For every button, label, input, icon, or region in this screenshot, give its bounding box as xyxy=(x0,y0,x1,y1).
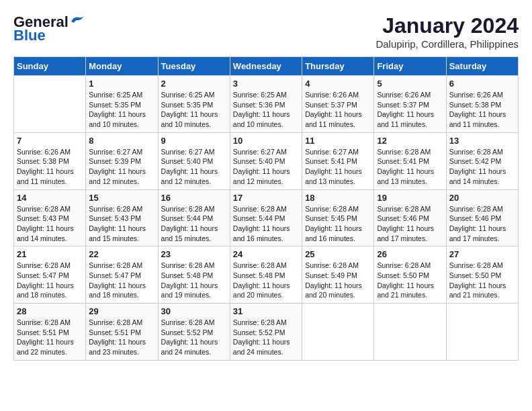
day-number: 29 xyxy=(89,306,154,316)
calendar-cell: 15Sunrise: 6:28 AMSunset: 5:43 PMDayligh… xyxy=(86,189,158,246)
day-content: Sunrise: 6:28 AMSunset: 5:43 PMDaylight:… xyxy=(89,204,154,244)
day-content: Sunrise: 6:28 AMSunset: 5:46 PMDaylight:… xyxy=(377,204,443,244)
day-number: 23 xyxy=(161,249,227,259)
header-day-wednesday: Wednesday xyxy=(230,57,302,76)
day-number: 11 xyxy=(305,136,371,146)
day-content: Sunrise: 6:27 AMSunset: 5:39 PMDaylight:… xyxy=(89,147,154,187)
calendar-cell: 19Sunrise: 6:28 AMSunset: 5:46 PMDayligh… xyxy=(374,189,446,246)
header-day-sunday: Sunday xyxy=(14,57,86,76)
header-day-monday: Monday xyxy=(86,57,158,76)
calendar-cell: 13Sunrise: 6:28 AMSunset: 5:42 PMDayligh… xyxy=(446,132,518,189)
calendar-cell xyxy=(14,76,86,133)
calendar-cell: 10Sunrise: 6:27 AMSunset: 5:40 PMDayligh… xyxy=(230,132,302,189)
day-content: Sunrise: 6:25 AMSunset: 5:35 PMDaylight:… xyxy=(89,90,154,130)
day-content: Sunrise: 6:28 AMSunset: 5:44 PMDaylight:… xyxy=(233,204,299,244)
day-number: 30 xyxy=(161,306,227,316)
header-day-saturday: Saturday xyxy=(446,57,518,76)
header-day-tuesday: Tuesday xyxy=(158,57,230,76)
page-header: General Blue January 2024 Dalupirip, Cor… xyxy=(13,13,519,50)
calendar-cell: 29Sunrise: 6:28 AMSunset: 5:51 PMDayligh… xyxy=(86,304,158,361)
calendar-cell xyxy=(446,304,518,361)
day-number: 6 xyxy=(449,79,515,89)
week-row-3: 14Sunrise: 6:28 AMSunset: 5:43 PMDayligh… xyxy=(14,189,519,246)
header-row: SundayMondayTuesdayWednesdayThursdayFrid… xyxy=(14,57,519,76)
week-row-4: 21Sunrise: 6:28 AMSunset: 5:47 PMDayligh… xyxy=(14,246,519,304)
calendar-cell: 2Sunrise: 6:25 AMSunset: 5:35 PMDaylight… xyxy=(158,76,230,133)
day-number: 24 xyxy=(233,249,299,259)
calendar-table: SundayMondayTuesdayWednesdayThursdayFrid… xyxy=(13,56,519,361)
calendar-cell: 24Sunrise: 6:28 AMSunset: 5:48 PMDayligh… xyxy=(230,246,302,304)
day-number: 10 xyxy=(233,136,299,146)
day-content: Sunrise: 6:28 AMSunset: 5:46 PMDaylight:… xyxy=(449,204,515,244)
calendar-cell: 6Sunrise: 6:26 AMSunset: 5:38 PMDaylight… xyxy=(446,76,518,133)
day-number: 13 xyxy=(449,136,515,146)
day-number: 3 xyxy=(233,79,299,89)
calendar-cell: 18Sunrise: 6:28 AMSunset: 5:45 PMDayligh… xyxy=(302,189,374,246)
calendar-cell: 7Sunrise: 6:26 AMSunset: 5:38 PMDaylight… xyxy=(14,132,86,189)
calendar-cell xyxy=(302,304,374,361)
day-content: Sunrise: 6:28 AMSunset: 5:52 PMDaylight:… xyxy=(161,318,227,357)
day-content: Sunrise: 6:28 AMSunset: 5:47 PMDaylight:… xyxy=(17,261,83,300)
day-number: 1 xyxy=(89,79,154,89)
calendar-cell: 11Sunrise: 6:27 AMSunset: 5:41 PMDayligh… xyxy=(302,132,374,189)
calendar-cell: 28Sunrise: 6:28 AMSunset: 5:51 PMDayligh… xyxy=(14,304,86,361)
day-content: Sunrise: 6:28 AMSunset: 5:50 PMDaylight:… xyxy=(377,261,443,300)
header-day-friday: Friday xyxy=(374,57,446,76)
day-number: 2 xyxy=(161,79,227,89)
calendar-cell: 1Sunrise: 6:25 AMSunset: 5:35 PMDaylight… xyxy=(86,76,158,133)
day-content: Sunrise: 6:28 AMSunset: 5:51 PMDaylight:… xyxy=(17,318,83,357)
calendar-cell: 21Sunrise: 6:28 AMSunset: 5:47 PMDayligh… xyxy=(14,246,86,304)
day-number: 12 xyxy=(377,136,443,146)
day-content: Sunrise: 6:26 AMSunset: 5:37 PMDaylight:… xyxy=(305,90,371,130)
day-content: Sunrise: 6:28 AMSunset: 5:51 PMDaylight:… xyxy=(89,318,154,357)
day-content: Sunrise: 6:26 AMSunset: 5:37 PMDaylight:… xyxy=(377,90,443,130)
calendar-cell: 20Sunrise: 6:28 AMSunset: 5:46 PMDayligh… xyxy=(446,189,518,246)
calendar-cell: 12Sunrise: 6:28 AMSunset: 5:41 PMDayligh… xyxy=(374,132,446,189)
calendar-cell: 25Sunrise: 6:28 AMSunset: 5:49 PMDayligh… xyxy=(302,246,374,304)
day-number: 17 xyxy=(233,193,299,203)
week-row-5: 28Sunrise: 6:28 AMSunset: 5:51 PMDayligh… xyxy=(14,304,519,361)
day-number: 21 xyxy=(17,249,83,259)
day-content: Sunrise: 6:28 AMSunset: 5:52 PMDaylight:… xyxy=(233,318,299,357)
week-row-2: 7Sunrise: 6:26 AMSunset: 5:38 PMDaylight… xyxy=(14,132,519,189)
calendar-cell: 23Sunrise: 6:28 AMSunset: 5:48 PMDayligh… xyxy=(158,246,230,304)
day-number: 7 xyxy=(17,136,83,146)
title-block: January 2024 Dalupirip, Cordillera, Phil… xyxy=(375,13,519,50)
calendar-cell: 16Sunrise: 6:28 AMSunset: 5:44 PMDayligh… xyxy=(158,189,230,246)
day-number: 9 xyxy=(161,136,227,146)
calendar-cell: 8Sunrise: 6:27 AMSunset: 5:39 PMDaylight… xyxy=(86,132,158,189)
calendar-cell: 27Sunrise: 6:28 AMSunset: 5:50 PMDayligh… xyxy=(446,246,518,304)
day-number: 8 xyxy=(89,136,154,146)
header-day-thursday: Thursday xyxy=(302,57,374,76)
calendar-cell: 30Sunrise: 6:28 AMSunset: 5:52 PMDayligh… xyxy=(158,304,230,361)
day-content: Sunrise: 6:25 AMSunset: 5:35 PMDaylight:… xyxy=(161,90,227,130)
calendar-title: January 2024 xyxy=(375,13,519,38)
day-number: 19 xyxy=(377,193,443,203)
logo: General Blue xyxy=(13,13,85,44)
day-content: Sunrise: 6:28 AMSunset: 5:49 PMDaylight:… xyxy=(305,261,371,300)
calendar-cell: 14Sunrise: 6:28 AMSunset: 5:43 PMDayligh… xyxy=(14,189,86,246)
day-content: Sunrise: 6:25 AMSunset: 5:36 PMDaylight:… xyxy=(233,90,299,130)
calendar-cell: 22Sunrise: 6:28 AMSunset: 5:47 PMDayligh… xyxy=(86,246,158,304)
calendar-cell: 31Sunrise: 6:28 AMSunset: 5:52 PMDayligh… xyxy=(230,304,302,361)
day-number: 31 xyxy=(233,306,299,316)
day-number: 25 xyxy=(305,249,371,259)
calendar-cell: 3Sunrise: 6:25 AMSunset: 5:36 PMDaylight… xyxy=(230,76,302,133)
day-content: Sunrise: 6:28 AMSunset: 5:42 PMDaylight:… xyxy=(449,147,515,187)
week-row-1: 1Sunrise: 6:25 AMSunset: 5:35 PMDaylight… xyxy=(14,76,519,133)
day-content: Sunrise: 6:26 AMSunset: 5:38 PMDaylight:… xyxy=(449,90,515,130)
day-number: 18 xyxy=(305,193,371,203)
day-content: Sunrise: 6:28 AMSunset: 5:41 PMDaylight:… xyxy=(377,147,443,187)
day-number: 20 xyxy=(449,193,515,203)
day-number: 4 xyxy=(305,79,371,89)
day-number: 15 xyxy=(89,193,154,203)
day-content: Sunrise: 6:28 AMSunset: 5:44 PMDaylight:… xyxy=(161,204,227,244)
day-number: 22 xyxy=(89,249,154,259)
day-content: Sunrise: 6:27 AMSunset: 5:40 PMDaylight:… xyxy=(161,147,227,187)
day-content: Sunrise: 6:28 AMSunset: 5:45 PMDaylight:… xyxy=(305,204,371,244)
calendar-cell: 17Sunrise: 6:28 AMSunset: 5:44 PMDayligh… xyxy=(230,189,302,246)
day-number: 5 xyxy=(377,79,443,89)
day-number: 26 xyxy=(377,249,443,259)
day-content: Sunrise: 6:28 AMSunset: 5:48 PMDaylight:… xyxy=(233,261,299,300)
calendar-cell: 5Sunrise: 6:26 AMSunset: 5:37 PMDaylight… xyxy=(374,76,446,133)
